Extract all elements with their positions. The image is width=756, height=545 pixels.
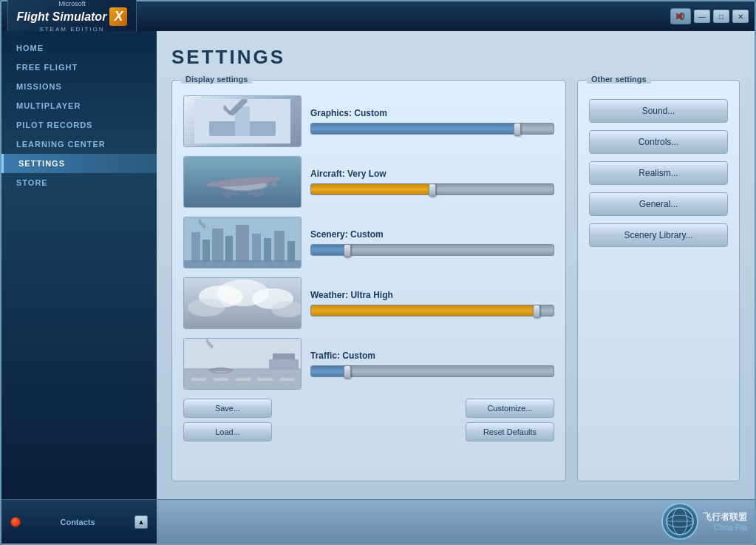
watermark-text: 飞行者联盟 China Flia xyxy=(703,511,747,532)
svg-rect-36 xyxy=(258,378,273,381)
svg-rect-24 xyxy=(184,260,302,268)
window-controls: — □ ✕ xyxy=(670,8,749,24)
sidebar-item-free-flight[interactable]: FREE FLIGHT xyxy=(1,58,157,77)
svg-rect-35 xyxy=(236,378,251,381)
realism-button[interactable]: Realism... xyxy=(589,161,728,185)
svg-rect-20 xyxy=(252,234,261,262)
aircraft-label: Aircraft: Very Low xyxy=(310,169,554,179)
scenery-thumbnail xyxy=(183,217,302,268)
reset-defaults-button[interactable]: Reset Defaults xyxy=(466,422,554,441)
contacts-label: Contacts xyxy=(60,518,95,527)
right-buttons: Customize... Reset Defaults xyxy=(466,399,554,441)
customize-button[interactable]: Customize... xyxy=(466,399,554,418)
graphics-row: Graphics: Custom xyxy=(183,95,554,147)
display-settings-panel: Display settings xyxy=(171,80,566,481)
bottom-bar: 飞行者联盟 China Flia xyxy=(157,499,755,544)
svg-point-12 xyxy=(221,192,239,196)
watermark-globe xyxy=(661,503,698,540)
scenery-row: Scenery: Custom xyxy=(183,217,554,268)
graphics-slider[interactable] xyxy=(310,123,554,135)
svg-rect-37 xyxy=(280,378,295,381)
aircraft-slider[interactable] xyxy=(310,183,554,195)
svg-rect-15 xyxy=(191,232,200,262)
logo-microsoft: Microsoft xyxy=(58,0,86,7)
title-bar: Microsoft Flight Simulator X STEAM EDITI… xyxy=(1,1,755,31)
other-settings-panel: Other settings Sound... Controls... Real… xyxy=(577,80,740,481)
weather-row: Weather: Ultra High xyxy=(183,277,554,329)
weather-label: Weather: Ultra High xyxy=(310,290,554,300)
controls-button[interactable]: Controls... xyxy=(589,130,728,154)
save-button[interactable]: Save... xyxy=(183,399,272,418)
weather-slider[interactable] xyxy=(310,305,554,316)
logo-x: X xyxy=(109,7,127,26)
scenery-slider[interactable] xyxy=(310,244,554,256)
scenery-controls: Scenery: Custom xyxy=(310,229,554,256)
window-frame: Microsoft Flight Simulator X STEAM EDITI… xyxy=(0,0,756,545)
traffic-row: Traffic: Custom xyxy=(183,338,554,390)
sidebar-item-pilot-records[interactable]: PILOT RECORDS xyxy=(1,115,157,135)
aircraft-row: Aircraft: Very Low xyxy=(183,156,554,208)
watermark-en: China Flia xyxy=(703,524,747,532)
traffic-controls: Traffic: Custom xyxy=(310,351,554,377)
graphics-label: Graphics: Custom xyxy=(310,108,554,118)
aircraft-controls: Aircraft: Very Low xyxy=(310,169,554,195)
contacts-bar: Contacts ▲ xyxy=(1,499,157,544)
svg-point-40 xyxy=(208,368,234,371)
svg-rect-19 xyxy=(236,225,249,262)
scenery-library-button[interactable]: Scenery Library... xyxy=(589,223,728,247)
svg-rect-42 xyxy=(269,359,299,370)
svg-rect-17 xyxy=(212,229,223,262)
svg-rect-21 xyxy=(264,238,271,262)
minimize-button[interactable]: — xyxy=(694,10,710,23)
display-bottom-buttons: Save... Load... Customize... Reset Defau… xyxy=(183,399,554,441)
online-status-dot xyxy=(10,517,21,527)
svg-rect-33 xyxy=(191,378,206,381)
page-title: SETTINGS xyxy=(171,46,740,69)
contacts-expand-button[interactable]: ▲ xyxy=(134,515,148,529)
sound-icon[interactable] xyxy=(670,8,691,24)
sidebar: HOMEFREE FLIGHTMISSIONSMULTIPLAYERPILOT … xyxy=(1,31,157,499)
scenery-label: Scenery: Custom xyxy=(310,229,554,240)
sidebar-item-learning-center[interactable]: LEARNING CENTER xyxy=(1,135,157,154)
graphics-controls: Graphics: Custom xyxy=(310,108,554,135)
aircraft-thumbnail xyxy=(183,156,302,208)
svg-rect-34 xyxy=(214,378,228,381)
general-button[interactable]: General... xyxy=(589,192,728,216)
sidebar-item-store[interactable]: STORE xyxy=(1,173,157,192)
main-content: SETTINGS Display settings xyxy=(157,31,755,499)
close-button[interactable]: ✕ xyxy=(732,10,749,23)
logo-fsx: Flight Simulator xyxy=(17,10,107,24)
weather-thumbnail xyxy=(183,277,302,329)
other-settings-legend: Other settings xyxy=(587,75,651,84)
sidebar-item-home[interactable]: HOME xyxy=(1,38,157,58)
graphics-thumbnail xyxy=(183,95,302,147)
svg-rect-23 xyxy=(287,241,295,262)
svg-rect-18 xyxy=(225,236,233,262)
traffic-slider[interactable] xyxy=(310,365,554,377)
traffic-label: Traffic: Custom xyxy=(310,351,554,361)
display-settings-legend: Display settings xyxy=(181,75,252,84)
sound-button[interactable]: Sound... xyxy=(589,99,728,123)
svg-rect-22 xyxy=(274,231,285,262)
weather-controls: Weather: Ultra High xyxy=(310,290,554,316)
sidebar-item-missions[interactable]: MISSIONS xyxy=(1,77,157,96)
svg-point-13 xyxy=(248,192,265,196)
sidebar-item-settings[interactable]: SETTINGS xyxy=(1,154,157,173)
left-buttons: Save... Load... xyxy=(183,399,272,441)
sidebar-item-multiplayer[interactable]: MULTIPLAYER xyxy=(1,96,157,115)
watermark-cn: 飞行者联盟 xyxy=(703,511,747,524)
load-button[interactable]: Load... xyxy=(183,422,272,441)
watermark: 飞行者联盟 China Flia xyxy=(661,503,747,540)
maximize-button[interactable]: □ xyxy=(713,10,729,23)
svg-point-29 xyxy=(188,299,225,316)
settings-layout: Display settings xyxy=(171,80,740,481)
traffic-thumbnail xyxy=(183,338,302,390)
svg-rect-16 xyxy=(202,240,210,262)
